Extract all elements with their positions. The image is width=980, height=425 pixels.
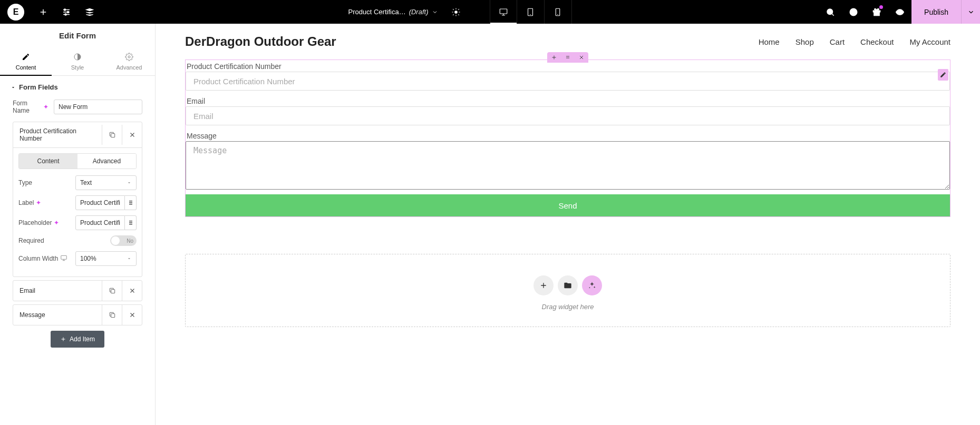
svg-point-1 bbox=[67, 11, 69, 13]
field-inner-tab-advanced[interactable]: Advanced bbox=[77, 154, 136, 169]
document-title-text: Product Certifica… bbox=[348, 8, 406, 16]
form-submit-button[interactable]: Send bbox=[186, 194, 950, 216]
remove-field-button[interactable] bbox=[122, 125, 142, 145]
duplicate-field-button[interactable] bbox=[102, 281, 122, 301]
label-input[interactable] bbox=[75, 195, 125, 210]
column-width-select[interactable]: 100% bbox=[75, 251, 137, 266]
site-logo[interactable]: DerDragon Outdoor Gear bbox=[185, 34, 336, 49]
nav-my-account[interactable]: My Account bbox=[909, 37, 950, 46]
remove-field-button[interactable] bbox=[122, 281, 142, 301]
contrast-icon bbox=[52, 53, 103, 62]
svg-point-13 bbox=[128, 56, 130, 58]
document-title[interactable]: Product Certifica… (Draft) bbox=[348, 8, 438, 16]
caret-down-icon bbox=[11, 85, 16, 90]
column-width-label: Column Width bbox=[18, 254, 67, 263]
widget-add-button[interactable] bbox=[547, 52, 561, 63]
nav-shop[interactable]: Shop bbox=[795, 37, 814, 46]
search-button[interactable] bbox=[819, 0, 842, 24]
form-field-input[interactable] bbox=[186, 106, 950, 125]
svg-point-2 bbox=[65, 14, 66, 15]
topbar: E Product Certifica… (Draft) Publish bbox=[0, 0, 980, 24]
elementor-logo[interactable]: E bbox=[7, 4, 24, 21]
field-item-message: Message bbox=[13, 304, 142, 325]
svg-point-3 bbox=[454, 11, 457, 13]
page-settings-button[interactable] bbox=[444, 0, 468, 24]
plus-icon bbox=[60, 336, 66, 342]
widget-dropzone[interactable]: Drag widget here bbox=[185, 254, 950, 327]
svg-rect-4 bbox=[500, 9, 507, 14]
dropzone-ai-button[interactable] bbox=[582, 275, 602, 295]
widget-edit-button[interactable] bbox=[938, 69, 948, 81]
tab-style[interactable]: Style bbox=[52, 47, 103, 75]
placeholder-field-label: Placeholder ✦ bbox=[18, 219, 59, 226]
form-name-label: Form Name ✦ bbox=[13, 100, 48, 114]
svg-rect-19 bbox=[129, 222, 132, 223]
gear-icon bbox=[103, 53, 155, 62]
widget-handle bbox=[547, 52, 588, 63]
tab-advanced[interactable]: Advanced bbox=[103, 47, 155, 75]
field-inner-tab-content[interactable]: Content bbox=[19, 154, 77, 169]
dropzone-add-button[interactable] bbox=[533, 275, 554, 295]
preview-canvas: DerDragon Outdoor Gear Home Shop Cart Ch… bbox=[156, 24, 980, 425]
pencil-icon bbox=[0, 53, 52, 62]
device-mobile-tab[interactable] bbox=[545, 0, 572, 24]
add-item-button[interactable]: Add Item bbox=[51, 331, 104, 348]
sidebar-title: Edit Form bbox=[0, 24, 155, 47]
svg-rect-17 bbox=[129, 204, 132, 205]
publish-options-button[interactable] bbox=[961, 0, 980, 24]
dynamic-tags-button[interactable] bbox=[125, 215, 137, 230]
nav-home[interactable]: Home bbox=[759, 37, 780, 46]
form-field-label: Message bbox=[186, 130, 950, 141]
publish-button[interactable]: Publish bbox=[911, 0, 961, 24]
form-field-label: Email bbox=[186, 95, 950, 106]
form-widget: Product Certification Number Email Messa… bbox=[185, 60, 950, 217]
help-button[interactable] bbox=[842, 0, 865, 24]
device-tablet-tab[interactable] bbox=[517, 0, 545, 24]
site-nav: Home Shop Cart Checkout My Account bbox=[759, 37, 950, 46]
dropzone-folder-button[interactable] bbox=[558, 275, 578, 295]
ai-sparkle-icon[interactable]: ✦ bbox=[43, 103, 48, 111]
form-name-input[interactable] bbox=[54, 100, 142, 114]
device-desktop-tab[interactable] bbox=[490, 0, 517, 24]
form-field-textarea[interactable] bbox=[186, 141, 950, 190]
svg-rect-21 bbox=[61, 255, 67, 259]
form-field-input[interactable] bbox=[186, 72, 950, 91]
nav-cart[interactable]: Cart bbox=[830, 37, 845, 46]
required-toggle[interactable]: No bbox=[110, 235, 137, 246]
preview-button[interactable] bbox=[888, 0, 911, 24]
svg-point-11 bbox=[899, 11, 901, 13]
placeholder-input[interactable] bbox=[75, 215, 125, 230]
settings-sliders-button[interactable] bbox=[55, 0, 78, 24]
svg-point-26 bbox=[568, 56, 569, 57]
field-item-product-certification: Product Certification Number Content Adv… bbox=[13, 122, 142, 277]
type-select[interactable]: Text bbox=[75, 175, 137, 190]
add-element-button[interactable] bbox=[32, 0, 55, 24]
section-form-fields[interactable]: Form Fields bbox=[0, 76, 155, 96]
field-item-title[interactable]: Message bbox=[13, 306, 102, 324]
svg-rect-15 bbox=[129, 201, 132, 202]
dynamic-tags-button[interactable] bbox=[125, 195, 137, 210]
widget-drag-button[interactable] bbox=[561, 52, 575, 63]
form-widget-container[interactable]: Product Certification Number Email Messa… bbox=[185, 60, 950, 217]
svg-rect-23 bbox=[111, 314, 114, 318]
structure-button[interactable] bbox=[78, 0, 101, 24]
svg-point-28 bbox=[567, 57, 568, 58]
ai-sparkle-icon[interactable]: ✦ bbox=[54, 219, 59, 226]
svg-point-29 bbox=[568, 57, 569, 58]
remove-field-button[interactable] bbox=[122, 305, 142, 325]
whats-new-button[interactable] bbox=[865, 0, 888, 24]
field-item-email: Email bbox=[13, 280, 142, 301]
editor-sidebar: Edit Form Content Style Advanced Form Fi… bbox=[0, 24, 156, 425]
widget-close-button[interactable] bbox=[575, 52, 588, 63]
responsive-icon[interactable] bbox=[60, 254, 67, 263]
tab-content[interactable]: Content bbox=[0, 47, 52, 76]
field-item-title[interactable]: Product Certification Number bbox=[13, 122, 102, 147]
field-item-title[interactable]: Email bbox=[13, 282, 102, 300]
duplicate-field-button[interactable] bbox=[102, 125, 122, 145]
ai-sparkle-icon[interactable]: ✦ bbox=[36, 199, 41, 206]
svg-rect-18 bbox=[129, 221, 132, 222]
duplicate-field-button[interactable] bbox=[102, 305, 122, 325]
svg-point-27 bbox=[566, 57, 567, 58]
caret-down-icon bbox=[127, 256, 132, 261]
nav-checkout[interactable]: Checkout bbox=[860, 37, 894, 46]
